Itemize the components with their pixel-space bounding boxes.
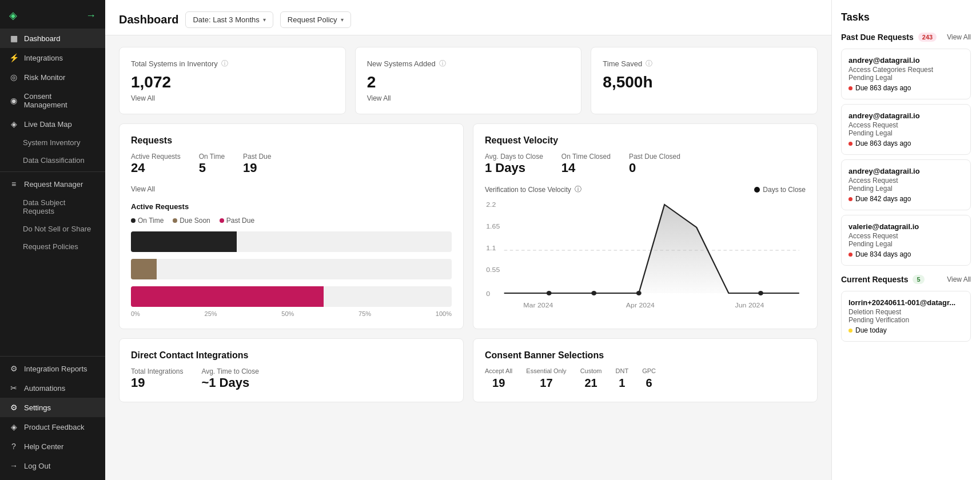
sidebar-item-dashboard[interactable]: ▦ Dashboard xyxy=(0,29,105,48)
info-icon: ⓘ xyxy=(221,59,228,69)
settings-icon: ⚙ xyxy=(9,403,18,412)
new-systems-card: New Systems Added ⓘ 2 View All xyxy=(355,47,582,114)
total-integrations-stat: Total Integrations 19 xyxy=(131,367,183,390)
task-item-3[interactable]: valerie@datagrail.io Access Request Pend… xyxy=(841,215,971,266)
log-out-label: Log Out xyxy=(24,462,50,470)
sidebar-item-integration-reports[interactable]: ⚙ Integration Reports xyxy=(0,359,105,378)
sidebar-item-system-inventory[interactable]: System Inventory xyxy=(0,134,105,151)
policy-filter-button[interactable]: Request Policy ▾ xyxy=(280,11,351,28)
integration-reports-label: Integration Reports xyxy=(24,365,87,373)
sidebar-item-automations[interactable]: ✂ Automations xyxy=(0,378,105,398)
bar-track-on-time xyxy=(131,231,452,252)
avg-days-label: Avg. Days to Close xyxy=(485,153,543,161)
task-due-text-3: Due 834 days ago xyxy=(855,250,911,258)
requests-view-all[interactable]: View All xyxy=(131,185,155,193)
sidebar-item-data-subject-requests[interactable]: Data Subject Requests xyxy=(0,194,105,220)
date-filter-label: Date: Last 3 Months xyxy=(193,15,259,24)
sidebar-item-settings[interactable]: ⚙ Settings xyxy=(0,398,105,417)
sidebar-item-live-data-map[interactable]: ◈ Live Data Map xyxy=(0,114,105,134)
date-filter-button[interactable]: Date: Last 3 Months ▾ xyxy=(185,11,273,28)
sidebar-item-product-feedback[interactable]: ◈ Product Feedback xyxy=(0,417,105,437)
product-feedback-label: Product Feedback xyxy=(24,423,85,431)
task-due-3: Due 834 days ago xyxy=(848,250,963,258)
divider-2 xyxy=(0,356,105,357)
active-requests-chart-title: Active Requests xyxy=(131,202,452,211)
task-due-0: Due 863 days ago xyxy=(848,84,963,92)
legend-past-due: Past Due xyxy=(220,217,254,225)
stats-row: Total Systems in Inventory ⓘ 1,072 View … xyxy=(119,47,818,114)
sidebar-item-data-classification[interactable]: Data Classification xyxy=(0,151,105,169)
task-item-1[interactable]: andrey@datagrail.io Access Request Pendi… xyxy=(841,104,971,155)
axis-75: 75% xyxy=(358,310,371,317)
active-requests-bar-chart xyxy=(131,231,452,307)
logo-arrow: → xyxy=(86,10,96,22)
days-to-close-legend: Days to Close xyxy=(754,186,806,194)
svg-text:Jun 2024: Jun 2024 xyxy=(735,302,764,309)
sidebar-item-help-center[interactable]: ? Help Center xyxy=(0,437,105,456)
request-manager-icon: ≡ xyxy=(9,179,18,189)
consent-banner-stats: Accept All 19 Essential Only 17 Custom 2… xyxy=(485,367,806,390)
task-due-2: Due 842 days ago xyxy=(848,195,963,203)
avg-days-value: 1 Days xyxy=(485,161,543,175)
on-time-closed-stat: On Time Closed 14 xyxy=(561,153,611,175)
main-header: Dashboard Date: Last 3 Months ▾ Request … xyxy=(105,0,831,35)
sidebar-label-live-data-map: Live Data Map xyxy=(24,120,72,129)
task-status-2: Pending Legal xyxy=(848,185,963,193)
main-content: Dashboard Date: Last 3 Months ▾ Request … xyxy=(105,0,831,480)
sidebar-item-request-policies[interactable]: Request Policies xyxy=(0,238,105,255)
active-requests-stat: Active Requests 24 xyxy=(131,153,181,175)
product-feedback-icon: ◈ xyxy=(9,422,18,431)
task-email-3: valerie@datagrail.io xyxy=(848,222,963,231)
middle-row: Requests Active Requests 24 On Time 5 Pa… xyxy=(119,123,818,329)
current-view-all[interactable]: View All xyxy=(947,275,971,283)
total-integrations-value: 19 xyxy=(131,375,183,390)
sidebar-item-request-manager[interactable]: ≡ Request Manager xyxy=(0,174,105,194)
info-icon-3: ⓘ xyxy=(646,59,652,69)
essential-only-value: 17 xyxy=(526,377,566,390)
automations-icon: ✂ xyxy=(9,383,18,393)
sidebar-item-log-out[interactable]: → Log Out xyxy=(0,456,105,475)
total-systems-view-all[interactable]: View All xyxy=(131,94,155,102)
bottom-row: Direct Contact Integrations Total Integr… xyxy=(119,338,818,402)
tasks-title: Tasks xyxy=(841,11,971,23)
sidebar-item-risk-monitor[interactable]: ◎ Risk Monitor xyxy=(0,67,105,87)
settings-label: Settings xyxy=(24,403,51,412)
legend-on-time: On Time xyxy=(131,217,164,225)
automations-label: Automations xyxy=(24,384,65,393)
bar-fill-on-time xyxy=(131,231,237,252)
requests-title: Requests xyxy=(131,135,452,146)
svg-text:1.1: 1.1 xyxy=(486,245,496,251)
past-due-closed-stat: Past Due Closed 0 xyxy=(629,153,680,175)
sidebar-label-risk-monitor: Risk Monitor xyxy=(24,73,65,82)
integration-reports-icon: ⚙ xyxy=(9,364,18,373)
task-due-text-0: Due 863 days ago xyxy=(855,84,911,92)
on-time-closed-label: On Time Closed xyxy=(561,153,611,161)
risk-monitor-icon: ◎ xyxy=(9,73,18,82)
consent-banner-card: Consent Banner Selections Accept All 19 … xyxy=(473,338,818,402)
past-due-closed-value: 0 xyxy=(629,161,680,175)
sidebar-item-consent-management[interactable]: ◉ Consent Management xyxy=(0,87,105,114)
bar-track-past-due xyxy=(131,286,452,307)
svg-point-10 xyxy=(758,291,763,295)
current-requests-header: Current Requests 5 View All xyxy=(841,275,971,284)
current-task-email-0: lorrin+20240611-001@datagr... xyxy=(848,298,963,307)
avg-time-label: Avg. Time to Close xyxy=(201,367,259,375)
info-icon-2: ⓘ xyxy=(439,59,446,69)
past-due-header: Past Due Requests 243 View All xyxy=(841,33,971,42)
sidebar-bottom-nav: ⚙ Integration Reports ✂ Automations ⚙ Se… xyxy=(0,354,105,480)
new-systems-view-all[interactable]: View All xyxy=(367,94,391,102)
task-item-0[interactable]: andrey@datagrail.io Access Categories Re… xyxy=(841,49,971,99)
sidebar-item-integrations[interactable]: ⚡ Integrations xyxy=(0,48,105,67)
current-due-dot-0 xyxy=(848,329,852,333)
due-dot-3 xyxy=(848,253,852,257)
bar-fill-due-soon xyxy=(131,259,157,279)
past-due-view-all[interactable]: View All xyxy=(947,33,971,41)
requests-card: Requests Active Requests 24 On Time 5 Pa… xyxy=(119,123,464,329)
task-item-2[interactable]: andrey@datagrail.io Access Request Pendi… xyxy=(841,159,971,210)
svg-point-7 xyxy=(547,291,552,295)
avg-time-stat: Avg. Time to Close ~1 Days xyxy=(201,367,259,390)
sidebar-item-do-not-sell[interactable]: Do Not Sell or Share xyxy=(0,220,105,238)
current-task-item-0[interactable]: lorrin+20240611-001@datagr... Deletion R… xyxy=(841,291,971,342)
due-dot-2 xyxy=(848,197,852,201)
sidebar: ◈ → ▦ Dashboard ⚡ Integrations ◎ Risk Mo… xyxy=(0,0,105,480)
